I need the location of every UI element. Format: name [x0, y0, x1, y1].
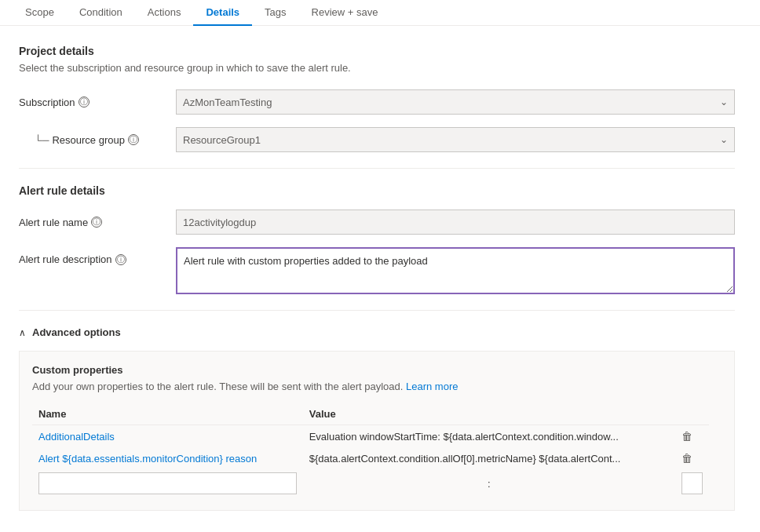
subscription-label: Subscription ⓘ: [19, 97, 176, 108]
new-prop-name-input[interactable]: [38, 472, 297, 494]
col-header-name: Name: [32, 403, 303, 425]
custom-properties-table: Name Value AdditionalDetails Evaluation …: [32, 403, 722, 497]
alert-rule-name-label: Alert rule name ⓘ: [19, 217, 176, 228]
tab-details[interactable]: Details: [193, 0, 252, 26]
alert-rule-details-section: Alert rule details Alert rule name ⓘ Ale…: [19, 184, 735, 294]
subscription-row: Subscription ⓘ AzMonTeamTesting ⌄: [19, 89, 735, 115]
alert-rule-description-info-icon[interactable]: ⓘ: [115, 254, 126, 265]
divider-1: [19, 168, 735, 169]
tab-condition[interactable]: Condition: [67, 0, 135, 26]
project-details-title: Project details: [19, 45, 735, 57]
alert-rule-description-label: Alert rule description ⓘ: [19, 253, 176, 265]
alert-rule-description-textarea[interactable]: Alert rule with custom properties added …: [176, 247, 735, 294]
alert-rule-name-info-icon[interactable]: ⓘ: [91, 217, 102, 228]
col-header-value: Value: [303, 403, 675, 425]
subscription-dropdown[interactable]: AzMonTeamTesting ⌄: [176, 89, 735, 115]
tab-tags[interactable]: Tags: [252, 0, 298, 26]
table-row: Alert ${data.essentials.monitorCondition…: [32, 447, 722, 469]
advanced-options-toggle[interactable]: ∧ Advanced options: [19, 326, 735, 338]
new-prop-value-input[interactable]: [681, 472, 703, 494]
advanced-options-chevron-icon: ∧: [19, 327, 26, 338]
col-header-action: [675, 403, 709, 425]
tab-actions[interactable]: Actions: [135, 0, 194, 26]
resource-group-row: └─ Resource group ⓘ ResourceGroup1 ⌄: [19, 127, 735, 152]
tab-review[interactable]: Review + save: [299, 0, 391, 26]
alert-rule-name-input[interactable]: [176, 210, 735, 235]
table-row: AdditionalDetails Evaluation windowStart…: [32, 425, 722, 448]
prop-name-link-1[interactable]: AdditionalDetails: [38, 431, 115, 443]
custom-properties-description: Add your own properties to the alert rul…: [32, 381, 722, 392]
new-property-row: :: [32, 469, 722, 497]
alert-rule-description-row: Alert rule description ⓘ Alert rule with…: [19, 247, 735, 294]
resource-group-dropdown[interactable]: ResourceGroup1 ⌄: [176, 127, 735, 152]
resource-group-info-icon[interactable]: ⓘ: [128, 134, 139, 145]
custom-properties-section: Custom properties Add your own propertie…: [19, 351, 735, 511]
learn-more-link[interactable]: Learn more: [406, 381, 458, 392]
prop-value-1: Evaluation windowStartTime: ${data.alert…: [309, 431, 619, 443]
delete-row-2-button[interactable]: 🗑: [681, 452, 692, 465]
subscription-chevron-icon: ⌄: [720, 97, 728, 107]
resource-group-label: └─ Resource group ⓘ: [19, 134, 176, 146]
subscription-info-icon[interactable]: ⓘ: [79, 97, 90, 107]
advanced-options-section: ∧ Advanced options Custom properties Add…: [19, 326, 735, 511]
prop-value-2: ${data.alertContext.condition.allOf[0].m…: [309, 453, 621, 465]
main-content: Project details Select the subscription …: [0, 26, 754, 530]
alert-rule-name-row: Alert rule name ⓘ: [19, 210, 735, 235]
project-details-description: Select the subscription and resource gro…: [19, 62, 735, 74]
delete-row-1-button[interactable]: 🗑: [681, 430, 692, 443]
tab-scope[interactable]: Scope: [13, 0, 67, 26]
custom-properties-title: Custom properties: [32, 364, 722, 376]
alert-rule-details-title: Alert rule details: [19, 184, 735, 197]
advanced-options-title: Advanced options: [32, 326, 121, 338]
navigation-tabs: Scope Condition Actions Details Tags Rev…: [0, 0, 760, 26]
project-details-section: Project details Select the subscription …: [19, 45, 735, 152]
resource-group-chevron-icon: ⌄: [720, 134, 728, 145]
divider-2: [19, 310, 735, 311]
prop-name-link-2[interactable]: Alert ${data.essentials.monitorCondition…: [38, 453, 257, 465]
